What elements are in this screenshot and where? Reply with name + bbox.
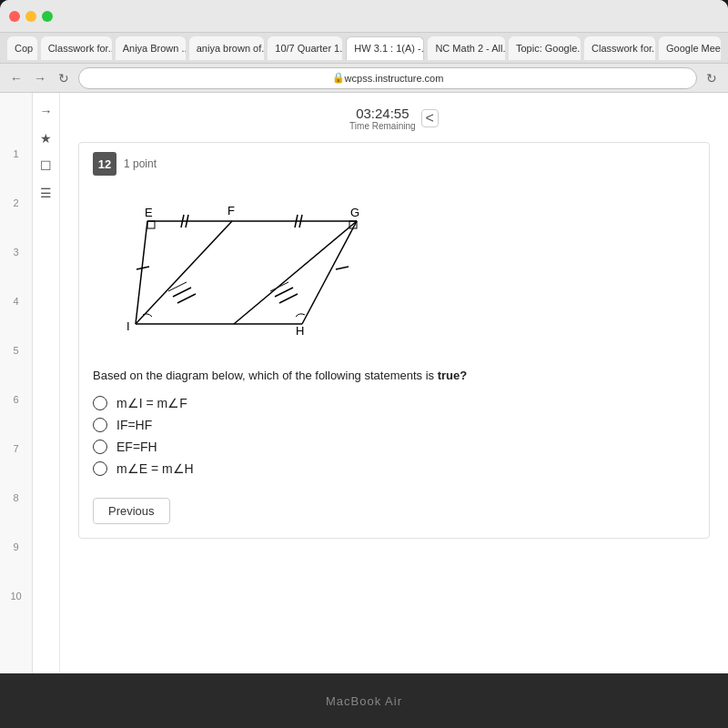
tab-hw[interactable]: HW 3.1 : 1(A) -... <box>346 36 424 60</box>
svg-line-18 <box>177 294 196 303</box>
radio-1[interactable] <box>93 396 107 410</box>
tool-menu-icon[interactable]: ☰ <box>35 182 57 204</box>
answer-label-4: m∠E = m∠H <box>116 461 194 476</box>
answer-label-1: m∠I = m∠F <box>116 396 187 410</box>
macbook-label: MacBook Air <box>326 694 402 708</box>
answer-option-2[interactable]: IF=HF <box>93 418 695 432</box>
minimize-button[interactable] <box>25 11 36 22</box>
question-card: 12 1 point E F G I H <box>78 142 710 539</box>
tab-classwork1[interactable]: Classwork for... <box>41 36 112 60</box>
answer-label-2: IF=HF <box>116 418 152 432</box>
sidebar-num-1: 1 <box>0 129 32 178</box>
tool-square-icon[interactable]: ☐ <box>35 155 57 177</box>
window-controls <box>9 11 53 22</box>
svg-text:F: F <box>228 204 235 217</box>
question-text: Based on the diagram below, which of the… <box>93 367 695 385</box>
sidebar-num-3: 3 <box>0 228 32 277</box>
svg-text:E: E <box>145 206 153 219</box>
timer-label: Time Remaining <box>349 121 415 131</box>
radio-3[interactable] <box>93 440 107 454</box>
tab-aniya-brown[interactable]: Aniya Brown ... <box>116 36 186 60</box>
tab-quarter[interactable]: 10/7 Quarter 1... <box>268 36 342 60</box>
refresh-button[interactable]: ↻ <box>55 69 73 87</box>
left-sidebar: 1 2 3 4 5 6 7 8 9 10 <box>0 93 33 673</box>
sidebar-num-2: 2 <box>0 178 32 228</box>
svg-text:G: G <box>350 206 359 219</box>
sidebar-num-7: 7 <box>0 424 32 473</box>
macbook-bottom-bar: MacBook Air <box>0 673 728 728</box>
radio-2[interactable] <box>93 418 107 432</box>
answer-option-1[interactable]: m∠I = m∠F <box>93 396 695 410</box>
radio-4[interactable] <box>93 461 107 476</box>
svg-text:I: I <box>126 319 130 333</box>
tab-aniya-brown-of[interactable]: aniya brown of... <box>189 36 265 60</box>
timer-area: 03:24:55 Time Remaining < <box>78 102 710 138</box>
svg-rect-23 <box>147 221 155 228</box>
tab-ncmath[interactable]: NC Math 2 - All... <box>428 36 505 60</box>
tool-arrow-icon[interactable]: → <box>35 100 57 122</box>
svg-text:H: H <box>296 324 304 338</box>
refresh-icon[interactable]: ↻ <box>703 69 721 87</box>
tab-classwork2[interactable]: Classwork for... <box>584 36 655 60</box>
sidebar-num-10: 10 <box>0 571 32 621</box>
answer-label-3: EF=FH <box>116 440 157 454</box>
svg-line-10 <box>234 221 357 324</box>
svg-line-7 <box>302 221 357 324</box>
answer-option-4[interactable]: m∠E = m∠H <box>93 461 695 476</box>
timer-chevron-button[interactable]: < <box>421 109 439 127</box>
svg-line-15 <box>136 267 149 269</box>
sidebar-num-8: 8 <box>0 473 32 522</box>
tab-topic-google[interactable]: Topic: Google... <box>509 36 581 60</box>
sidebar-num-5: 5 <box>0 326 32 375</box>
previous-button[interactable]: Previous <box>93 498 170 524</box>
close-button[interactable] <box>9 11 20 22</box>
tab-google-meet[interactable]: Google Meet <box>659 36 721 60</box>
timer-display: 03:24:55 <box>349 106 415 121</box>
page-content: 1 2 3 4 5 6 7 8 9 10 → ★ ☐ ☰ 03:24:55 Ti <box>0 93 728 673</box>
sidebar-num-9: 9 <box>0 522 32 571</box>
svg-line-9 <box>136 221 232 324</box>
tab-bar: Cop Classwork for... Aniya Brown ... ani… <box>0 33 728 64</box>
address-bar-row: ← → ↻ 🔒 wcpss.instructure.com ↻ <box>0 64 728 93</box>
svg-line-17 <box>173 288 191 297</box>
tab-cop[interactable]: Cop <box>7 36 37 60</box>
forward-button[interactable]: → <box>31 69 49 87</box>
geometry-diagram: E F G I H <box>93 185 695 358</box>
main-area: 03:24:55 Time Remaining < 12 1 point E <box>60 93 728 673</box>
svg-line-6 <box>136 221 147 324</box>
answer-options: m∠I = m∠F IF=HF EF=FH m∠E = m∠H <box>93 396 695 476</box>
svg-line-20 <box>275 288 293 297</box>
sidebar-num-4: 4 <box>0 277 32 326</box>
svg-line-16 <box>336 267 349 269</box>
tool-pin-icon[interactable]: ★ <box>35 127 57 149</box>
answer-option-3[interactable]: EF=FH <box>93 440 695 454</box>
svg-line-21 <box>279 294 298 303</box>
browser-titlebar <box>0 0 728 33</box>
question-header: 12 1 point <box>93 152 695 176</box>
back-button[interactable]: ← <box>7 69 25 87</box>
question-number: 12 <box>93 152 116 176</box>
diagram-svg: E F G I H <box>97 189 389 353</box>
address-bar[interactable]: 🔒 wcpss.instructure.com <box>78 67 697 89</box>
svg-line-22 <box>270 282 288 291</box>
tool-sidebar: → ★ ☐ ☰ <box>33 93 60 673</box>
maximize-button[interactable] <box>42 11 53 22</box>
sidebar-num-6: 6 <box>0 375 32 424</box>
question-points: 1 point <box>124 157 157 170</box>
